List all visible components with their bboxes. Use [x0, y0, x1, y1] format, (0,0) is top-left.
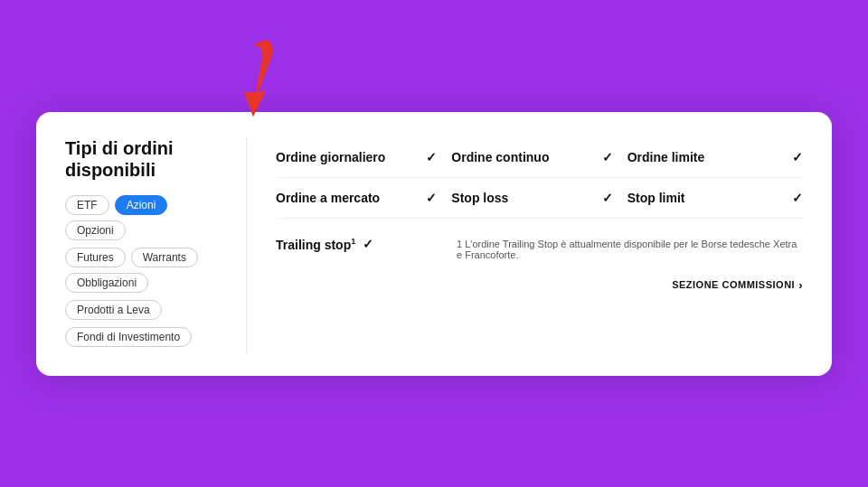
tag-opzioni[interactable]: Opzioni — [65, 220, 126, 240]
chevron-right-icon: › — [798, 278, 803, 292]
order-limite-label: Ordine limite — [627, 150, 705, 164]
trailing-row: Trailing stop1 ✓ 1 L'ordine Trailing Sto… — [276, 226, 803, 260]
sezione-commissioni-label: SEZIONE COMMISSIONI — [672, 279, 795, 290]
order-limite: Ordine limite ✓ — [627, 137, 803, 178]
order-mercato-check: ✓ — [426, 191, 437, 205]
orders-grid: Ordine giornaliero ✓ Ordine continuo ✓ O… — [276, 137, 803, 219]
order-continuo: Ordine continuo ✓ — [451, 137, 627, 178]
trailing-note: 1 L'ordine Trailing Stop è attualmente d… — [457, 237, 803, 260]
tag-warrants[interactable]: Warrants — [131, 248, 198, 267]
arrow-annotation — [217, 31, 289, 121]
left-panel: Tipi di ordini disponibili ETF Azioni Op… — [65, 137, 246, 354]
main-card: Tipi di ordini disponibili ETF Azioni Op… — [36, 112, 832, 376]
sezione-commissioni-link[interactable]: SEZIONE COMMISSIONI › — [672, 278, 803, 292]
order-continuo-label: Ordine continuo — [451, 150, 549, 164]
order-giornaliero-check: ✓ — [426, 150, 437, 164]
right-panel: Ordine giornaliero ✓ Ordine continuo ✓ O… — [246, 137, 803, 354]
tag-azioni[interactable]: Azioni — [115, 195, 168, 215]
order-continuo-check: ✓ — [602, 150, 613, 164]
tag-fondi[interactable]: Fondi di Investimento — [65, 327, 192, 347]
panel-title: Tipi di ordini disponibili — [65, 137, 224, 181]
order-stop-loss-label: Stop loss — [451, 191, 508, 205]
tag-etf[interactable]: ETF — [65, 195, 109, 215]
tags-row-4: Fondi di Investimento — [65, 327, 224, 347]
tags-row-3: Prodotti a Leva — [65, 300, 224, 320]
order-giornaliero: Ordine giornaliero ✓ — [276, 137, 451, 178]
tag-futures[interactable]: Futures — [65, 248, 126, 267]
svg-marker-0 — [244, 92, 262, 117]
order-trailing-stop: Trailing stop1 ✓ — [276, 237, 457, 252]
order-mercato-label: Ordine a mercato — [276, 191, 380, 205]
tag-prodotti-leva[interactable]: Prodotti a Leva — [65, 300, 162, 320]
tag-obbligazioni[interactable]: Obbligazioni — [65, 273, 148, 293]
order-stop-limit: Stop limit ✓ — [627, 178, 803, 219]
order-stop-limit-check: ✓ — [792, 191, 803, 205]
tags-row-2: Futures Warrants Obbligazioni — [65, 248, 224, 293]
order-limite-check: ✓ — [792, 150, 803, 164]
order-giornaliero-label: Ordine giornaliero — [276, 150, 385, 164]
tags-row-1: ETF Azioni Opzioni — [65, 195, 224, 240]
footer-row: SEZIONE COMMISSIONI › — [276, 275, 803, 292]
order-mercato: Ordine a mercato ✓ — [276, 178, 451, 219]
order-stop-loss: Stop loss ✓ — [451, 178, 627, 219]
order-stop-loss-check: ✓ — [602, 191, 613, 205]
order-stop-limit-label: Stop limit — [627, 191, 685, 205]
order-trailing-check: ✓ — [363, 237, 373, 251]
order-trailing-label: Trailing stop1 — [276, 237, 355, 252]
